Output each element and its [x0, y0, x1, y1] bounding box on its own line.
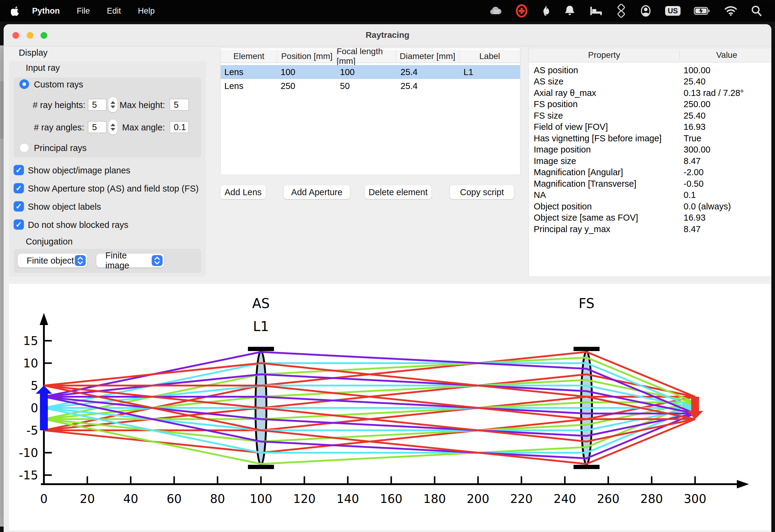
x-tick-label: 220 — [510, 492, 533, 506]
max-height-input[interactable]: 5 — [169, 99, 189, 111]
property-row[interactable]: Axial ray θ_max0.13 rad / 7.28° — [529, 87, 771, 99]
property-value: 25.40 — [684, 76, 706, 87]
principal-rays-radio[interactable] — [19, 143, 29, 153]
property-row[interactable]: AS position100.00 — [529, 64, 771, 76]
property-name: Image position — [534, 144, 591, 156]
account-icon[interactable] — [640, 4, 652, 18]
x-tick-label: 100 — [250, 492, 272, 506]
x-tick-label: 240 — [554, 492, 576, 506]
ray-angles-input[interactable]: 5 — [88, 121, 107, 133]
element-table-header-1[interactable]: Position [mm] — [277, 50, 336, 63]
flame-icon[interactable] — [541, 4, 550, 18]
table-cell: 25.4 — [401, 79, 418, 93]
add-aperture-button[interactable]: Add Aperture — [284, 185, 350, 199]
spotlight-search-icon[interactable] — [751, 4, 762, 18]
ray-heights-label: # ray heights: — [33, 100, 84, 110]
lens-label: L1 — [253, 319, 269, 334]
y-tick-label: 5 — [31, 379, 38, 392]
keyboard-layout-badge[interactable]: US — [665, 4, 681, 18]
max-height-label: Max height: — [113, 100, 165, 110]
x-tick-label: 180 — [423, 492, 446, 506]
apple-menu-icon[interactable] — [11, 5, 20, 16]
layers-icon[interactable] — [616, 4, 626, 18]
property-row[interactable]: Image size8.47 — [529, 155, 771, 167]
property-row[interactable]: FS size25.40 — [529, 110, 771, 121]
y-tick-label: 10 — [23, 356, 38, 370]
checkbox-label-3[interactable]: Do not show blocked rays — [28, 220, 128, 230]
popup-chevrons-icon — [152, 255, 162, 266]
x-tick-label: 280 — [640, 492, 663, 506]
principal-rays-label[interactable]: Principal rays — [34, 143, 87, 153]
object-conjugation-select[interactable]: Finite object — [18, 254, 87, 268]
menu-item-edit[interactable]: Edit — [107, 6, 121, 16]
property-name: Has vignetting [FS before image] — [534, 133, 662, 144]
checkbox-1[interactable]: ✓ — [14, 183, 24, 193]
battery-charging-icon[interactable] — [694, 4, 711, 18]
health-plus-icon[interactable] — [516, 4, 528, 18]
property-name: Magnification [Transverse] — [534, 178, 636, 189]
bed-icon[interactable] — [590, 4, 603, 18]
property-row[interactable]: Field of view [FOV]16.93 — [529, 121, 771, 133]
property-row[interactable]: Object position0.0 (always) — [529, 201, 771, 212]
property-value: -2.00 — [684, 167, 704, 178]
menu-bar: PythonFileEditHelp US — [0, 0, 775, 22]
add-lens-button[interactable]: Add Lens — [220, 185, 266, 199]
property-row[interactable]: Object size [same as FOV]16.93 — [529, 212, 771, 224]
checkbox-label-0[interactable]: Show object/image planes — [28, 166, 130, 176]
menu-item-file[interactable]: File — [77, 6, 90, 16]
menu-item-python[interactable]: Python — [32, 6, 60, 16]
property-row[interactable]: Has vignetting [FS before image]True — [529, 133, 771, 144]
copy-script-button[interactable]: Copy script — [450, 185, 514, 199]
custom-rays-label[interactable]: Custom rays — [34, 80, 83, 90]
max-angle-label: Max angle: — [113, 123, 165, 133]
property-name: FS size — [534, 110, 563, 121]
max-angle-input[interactable]: 0.1 — [169, 121, 189, 133]
x-tick-label: 40 — [123, 492, 138, 506]
table-cell: Lens — [224, 65, 243, 79]
property-value: True — [684, 133, 701, 144]
checkbox-2[interactable]: ✓ — [14, 201, 24, 212]
y-tick-label: 15 — [23, 334, 38, 348]
property-name: Principal ray y_max — [534, 223, 610, 235]
property-value: 8.47 — [684, 155, 701, 167]
delete-element-button[interactable]: Delete element — [365, 185, 432, 199]
element-table-header-2[interactable]: Focal length [mm] — [336, 50, 396, 63]
y-tick-label: -5 — [26, 424, 38, 437]
x-tick-label: 0 — [40, 492, 48, 506]
property-row[interactable]: AS size25.40 — [529, 76, 771, 87]
y-tick-label: 0 — [31, 401, 38, 415]
ray-heights-input[interactable]: 5 — [88, 99, 107, 111]
property-row[interactable]: Magnification [Transverse]-0.50 — [529, 178, 771, 189]
checkbox-3[interactable]: ✓ — [14, 219, 24, 230]
property-row[interactable]: Magnification [Angular]-2.00 — [529, 167, 771, 178]
checkbox-0[interactable]: ✓ — [14, 165, 24, 175]
element-table-header-4[interactable]: Label — [459, 50, 520, 63]
property-table: Property Value AS position100.00AS size2… — [529, 48, 771, 277]
element-table-header: ElementPosition [mm]Focal length [mm]Dia… — [221, 50, 520, 63]
y-tick-label: -15 — [19, 468, 38, 482]
title-bar[interactable]: Raytracing — [4, 24, 771, 46]
property-row[interactable]: Image position300.00 — [529, 144, 771, 156]
wifi-icon[interactable] — [724, 4, 737, 18]
table-row[interactable]: Lens10010025.4L1 — [221, 65, 520, 79]
x-axis-arrow-icon — [737, 480, 749, 488]
property-row[interactable]: NA0.1 — [529, 189, 771, 201]
element-table[interactable]: ElementPosition [mm]Focal length [mm]Dia… — [220, 48, 521, 175]
checkbox-label-2[interactable]: Show object labels — [28, 202, 101, 212]
x-tick-label: 160 — [380, 492, 402, 506]
cloud-icon[interactable] — [489, 4, 502, 18]
checkbox-label-1[interactable]: Show Aperture stop (AS) and field stop (… — [28, 184, 199, 194]
table-cell: L1 — [464, 65, 473, 79]
menu-item-help[interactable]: Help — [138, 6, 155, 16]
property-row[interactable]: FS position250.00 — [529, 99, 771, 110]
property-table-header: Property Value — [529, 48, 771, 62]
element-table-header-3[interactable]: Diameter [mm] — [396, 50, 459, 63]
table-cell: 100 — [281, 65, 295, 79]
y-tick-label: -10 — [19, 446, 38, 460]
table-row[interactable]: Lens2505025.4 — [221, 79, 520, 93]
element-table-header-0[interactable]: Element — [221, 50, 277, 63]
custom-rays-radio[interactable] — [19, 79, 29, 89]
bell-icon[interactable] — [563, 4, 576, 18]
property-row[interactable]: Principal ray y_max8.47 — [529, 223, 771, 235]
image-conjugation-select[interactable]: Finite image — [96, 254, 164, 268]
